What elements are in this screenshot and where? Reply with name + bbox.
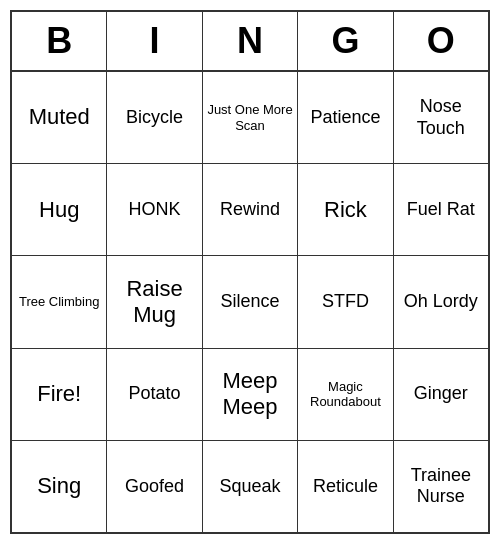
bingo-cell-2-2: Silence [203,256,298,347]
bingo-cell-4-0: Sing [12,441,107,532]
bingo-row-4: SingGoofedSqueakReticuleTrainee Nurse [12,441,488,532]
bingo-cell-3-1: Potato [107,349,202,440]
header-letter-o: O [394,12,488,70]
bingo-cell-1-1: HONK [107,164,202,255]
bingo-cell-4-1: Goofed [107,441,202,532]
bingo-cell-0-2: Just One More Scan [203,72,298,163]
bingo-cell-3-2: Meep Meep [203,349,298,440]
header-letter-i: I [107,12,202,70]
bingo-cell-1-2: Rewind [203,164,298,255]
bingo-cell-4-2: Squeak [203,441,298,532]
bingo-row-0: MutedBicycleJust One More ScanPatienceNo… [12,72,488,164]
bingo-cell-3-0: Fire! [12,349,107,440]
bingo-cell-2-3: STFD [298,256,393,347]
bingo-cell-4-3: Reticule [298,441,393,532]
bingo-cell-2-4: Oh Lordy [394,256,488,347]
bingo-cell-0-3: Patience [298,72,393,163]
header-letter-b: B [12,12,107,70]
bingo-cell-1-3: Rick [298,164,393,255]
bingo-row-2: Tree ClimbingRaise MugSilenceSTFDOh Lord… [12,256,488,348]
bingo-cell-1-0: Hug [12,164,107,255]
bingo-cell-0-1: Bicycle [107,72,202,163]
bingo-cell-3-3: Magic Roundabout [298,349,393,440]
bingo-grid: MutedBicycleJust One More ScanPatienceNo… [12,72,488,532]
bingo-row-3: Fire!PotatoMeep MeepMagic RoundaboutGing… [12,349,488,441]
bingo-header: BINGO [12,12,488,72]
header-letter-n: N [203,12,298,70]
bingo-cell-2-1: Raise Mug [107,256,202,347]
header-letter-g: G [298,12,393,70]
bingo-card: BINGO MutedBicycleJust One More ScanPati… [10,10,490,534]
bingo-cell-3-4: Ginger [394,349,488,440]
bingo-cell-4-4: Trainee Nurse [394,441,488,532]
bingo-cell-2-0: Tree Climbing [12,256,107,347]
bingo-row-1: HugHONKRewindRickFuel Rat [12,164,488,256]
bingo-cell-1-4: Fuel Rat [394,164,488,255]
bingo-cell-0-4: Nose Touch [394,72,488,163]
bingo-cell-0-0: Muted [12,72,107,163]
